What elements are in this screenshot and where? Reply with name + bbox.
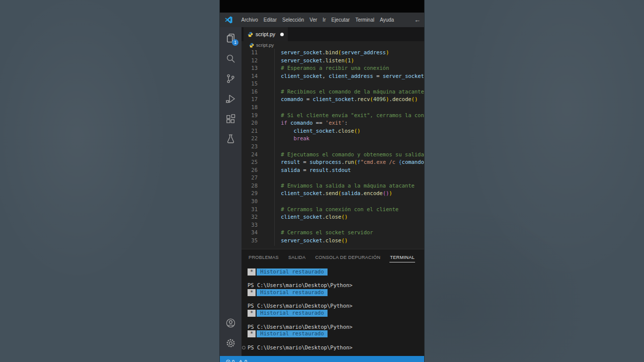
line-number: 16 [242, 88, 258, 96]
menu-item-ver[interactable]: Ver [307, 13, 320, 27]
history-star: * [248, 289, 256, 296]
history-restored-text: Historial restaurado [257, 330, 327, 337]
vscode-window: ArchivoEditarSelecciónVerIrEjecutarTermi… [220, 0, 424, 362]
breadcrumb-label: script.py [256, 42, 274, 48]
history-restored-text: Historial restaurado [257, 310, 327, 317]
code-line: 15 [242, 80, 424, 88]
terminal-history-badge: *Historial restaurado [248, 310, 423, 317]
code-line: 21 client_socket.close() [242, 127, 424, 135]
warning-icon [238, 359, 243, 362]
code-line: 14 client_socket, client_address = serve… [242, 72, 424, 80]
run-debug-icon [225, 93, 236, 105]
code-line: 13 # Esperamos a recibir una conexión [242, 64, 424, 72]
tab-label: script.py [256, 31, 275, 37]
extensions-icon [225, 113, 236, 125]
python-icon [248, 32, 253, 37]
menu-item-ayuda[interactable]: Ayuda [377, 13, 396, 27]
panel-tab-terminal[interactable]: TERMINAL [389, 253, 415, 262]
line-number: 14 [242, 72, 258, 80]
line-number: 19 [242, 112, 258, 120]
menu-item-archivo[interactable]: Archivo [238, 13, 261, 27]
tab-script-py[interactable]: script.py [244, 27, 288, 41]
testing-flask-icon [225, 133, 236, 145]
code-line: 28 # Enviamos la salida a la máquina ata… [242, 182, 424, 190]
menu-bar: ArchivoEditarSelecciónVerIrEjecutarTermi… [238, 13, 397, 27]
line-number: 24 [242, 151, 258, 159]
sidebar-item-explorer[interactable]: 1 [220, 28, 242, 48]
warning-count: 0 [245, 359, 247, 362]
sidebar-item-extensions[interactable] [220, 109, 242, 129]
terminal-prompt-line: PS C:\Users\mario\Desktop\Python> [248, 282, 423, 289]
breadcrumb[interactable]: script.py [242, 41, 424, 49]
terminal-history-badge: *Historial restaurado [248, 289, 423, 296]
menu-item-ir[interactable]: Ir [320, 13, 329, 27]
line-number: 33 [242, 221, 258, 229]
error-count: 0 [232, 359, 234, 362]
panel-tab-bar: PROBLEMASSALIDACONSOLA DE DEPURACIÓNTERM… [248, 249, 424, 265]
panel-tab-salida[interactable]: SALIDA [288, 253, 306, 262]
terminal-history-badge: *Historial restaurado [248, 330, 423, 337]
sidebar-item-testing[interactable] [220, 129, 242, 149]
line-number: 23 [242, 143, 258, 151]
terminal-prompt-line: PS C:\Users\mario\Desktop\Python> [248, 344, 423, 351]
code-line: 33 [242, 221, 424, 229]
tab-modified-dot[interactable] [280, 33, 284, 36]
code-editor[interactable]: 11 server_socket.bind(server_address)12 … [242, 49, 424, 249]
terminal-prompt-line: PS C:\Users\mario\Desktop\Python> [248, 303, 423, 310]
code-line: 31 # Cerramos la conexión con el cliente [242, 206, 424, 214]
account-icon [225, 317, 236, 329]
line-number: 25 [242, 158, 258, 166]
sidebar-item-search[interactable] [220, 48, 242, 68]
terminal-history-badge: *Historial restaurado [248, 268, 423, 276]
code-line: 25 result = subprocess.run(f"cmd.exe /c … [242, 158, 424, 166]
menu-item-ejecutar[interactable]: Ejecutar [329, 13, 353, 27]
code-line: 11 server_socket.bind(server_address) [242, 49, 424, 57]
account-button[interactable] [220, 313, 242, 333]
terminal-blank-line [248, 337, 423, 344]
video-frame: ArchivoEditarSelecciónVerIrEjecutarTermi… [0, 0, 644, 362]
code-line: 12 server_socket.listen(1) [242, 57, 424, 65]
gear-icon [225, 337, 236, 349]
line-number: 12 [242, 57, 258, 65]
vscode-logo-icon [224, 16, 233, 24]
code-line: 35 server_socket.close() [242, 237, 424, 245]
code-line: 27 [242, 174, 424, 182]
code-line: 32 client_socket.close() [242, 213, 424, 221]
line-number: 29 [242, 190, 258, 198]
line-number: 27 [242, 174, 258, 182]
code-lines: 11 server_socket.bind(server_address)12 … [242, 49, 424, 244]
menu-item-seleccion[interactable]: Selección [279, 13, 306, 27]
panel-tab-consola-de-depuracion[interactable]: CONSOLA DE DEPURACIÓN [314, 253, 381, 262]
sidebar-item-run-debug[interactable] [220, 88, 242, 109]
code-line: 26 salida = result.stdout [242, 166, 424, 174]
error-icon [226, 359, 230, 362]
code-line: 17 comando = client_socket.recv(4096).de… [242, 96, 424, 104]
line-number: 34 [242, 229, 258, 237]
terminal-blank-line [248, 276, 423, 283]
sidebar-item-source-control[interactable] [220, 68, 242, 88]
history-star: * [248, 330, 256, 337]
back-arrow-icon[interactable]: ← [414, 13, 421, 27]
code-line: 30 [242, 198, 424, 206]
line-number: 28 [242, 182, 258, 190]
history-star: * [248, 268, 256, 276]
code-line: 24 # Ejecutamos el comando y obtenemos s… [242, 151, 424, 159]
code-line: 19 # Si el cliente envía "exit", cerramo… [242, 112, 424, 120]
terminal-blank-line [248, 296, 423, 303]
code-line: 34 # Cerramos el socket servidor [242, 229, 424, 237]
line-number: 32 [242, 213, 258, 221]
terminal-output[interactable]: *Historial restaurado PS C:\Users\mario\… [248, 268, 423, 351]
settings-button[interactable] [220, 333, 242, 353]
status-bar: 0 0 [220, 356, 424, 362]
panel-tab-problemas[interactable]: PROBLEMAS [248, 253, 279, 262]
line-number: 22 [242, 135, 258, 143]
line-number: 21 [242, 127, 258, 135]
history-restored-text: Historial restaurado [257, 289, 327, 296]
line-number: 11 [242, 49, 258, 57]
menu-item-editar[interactable]: Editar [261, 13, 279, 27]
problems-status[interactable]: 0 0 [226, 359, 251, 362]
line-number: 15 [242, 80, 258, 88]
code-line: 16 # Recibimos el comando de la máquina … [242, 88, 424, 96]
menu-item-terminal[interactable]: Terminal [353, 13, 377, 27]
activity-bar: 1 [220, 27, 242, 356]
